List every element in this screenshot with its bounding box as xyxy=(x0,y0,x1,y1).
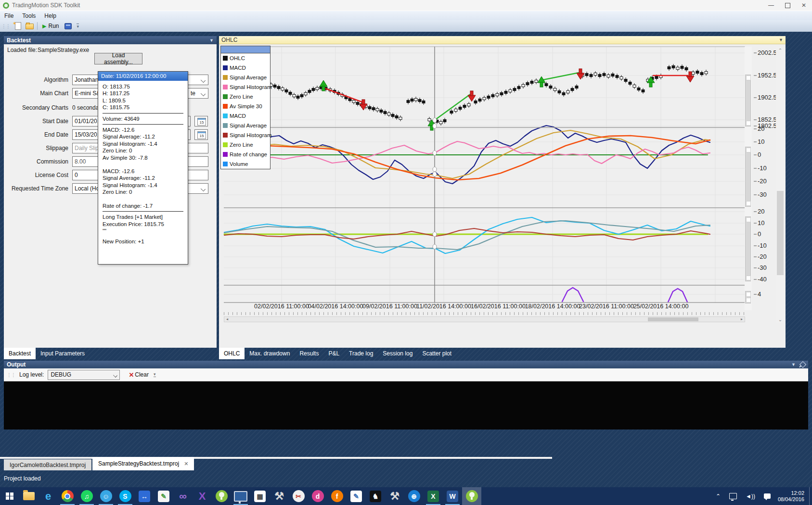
legend-item-zero-line[interactable]: Zero Line xyxy=(221,92,270,101)
new-project-icon[interactable]: ✶ xyxy=(13,22,22,30)
menu-item-file[interactable]: File xyxy=(0,11,18,21)
taskbar-icon-paint-app[interactable]: ✎ xyxy=(347,487,366,505)
price-panel-scroll-thumb[interactable] xyxy=(745,75,751,126)
legend-item-rate-of-change[interactable]: Rate of change xyxy=(221,150,270,159)
menu-item-help[interactable]: Help xyxy=(40,11,61,21)
taskbar-icon-snipping-tool[interactable]: ✂ xyxy=(289,487,308,505)
open-project-icon[interactable] xyxy=(25,22,34,30)
legend-item-av-simple-30[interactable]: Av Simple 30 xyxy=(221,101,270,111)
taskbar-icon-goat-app[interactable]: ♞ xyxy=(366,487,385,505)
tab-input-parameters[interactable]: Input Parameters xyxy=(36,348,90,359)
taskbar-icon-tradingmotion-active[interactable] xyxy=(462,487,481,505)
taskbar-icon-remote-desktop[interactable] xyxy=(231,487,250,505)
close-button[interactable]: ✕ xyxy=(796,0,812,11)
y-axis-label: 0 xyxy=(758,230,761,238)
calendar-button[interactable]: 15 xyxy=(194,129,208,140)
chart-tab-results[interactable]: Results xyxy=(295,348,323,359)
network-icon[interactable] xyxy=(729,493,737,499)
document-tab[interactable]: IgorCamolettoBacktest.tmproj xyxy=(4,459,91,470)
panel-menu-arrow-icon[interactable]: ▼ xyxy=(209,38,214,43)
taskbar-icon-teamviewer[interactable]: ↔ xyxy=(135,487,154,505)
taskbar-icon-build-tools[interactable]: ⚒ xyxy=(270,487,289,505)
macd2-panel-scroll-thumb[interactable] xyxy=(745,216,751,281)
show-desktop-button[interactable] xyxy=(809,487,812,505)
output-menu-arrow-icon[interactable]: ▼ xyxy=(791,362,796,367)
volume-panel-scroll-thumb[interactable] xyxy=(745,291,751,303)
horizontal-scrollbar-thumb[interactable] xyxy=(648,317,698,321)
ohlc-chart-canvas[interactable]: 2002.51952.51902.51852.51802.520100-10-2… xyxy=(219,44,786,312)
pink-d-app-glyph: d xyxy=(312,490,324,502)
legend-item-macd[interactable]: MACD xyxy=(221,111,270,121)
taskbar-icon-start[interactable] xyxy=(0,487,19,505)
taskbar-icon-calculator[interactable]: ▦ xyxy=(250,487,270,505)
legend-item-signal-average[interactable]: Signal Average xyxy=(221,73,270,82)
chart-tab-trade-log[interactable]: Trade log xyxy=(344,348,378,359)
menu-item-tools[interactable]: Tools xyxy=(18,11,40,21)
output-overflow-icon[interactable]: ▾ xyxy=(154,372,156,377)
chart-tab-scatter-plot[interactable]: Scatter plot xyxy=(417,348,456,359)
macd-panel-scroll-thumb[interactable] xyxy=(745,147,751,207)
chart-tab-max-drawdown[interactable]: Max. drawdown xyxy=(245,348,295,359)
chart-tab-session-log[interactable]: Session log xyxy=(378,348,417,359)
taskbar-clock[interactable]: 12:02 08/04/2016 xyxy=(778,490,804,503)
taskbar-icon-word[interactable]: W xyxy=(443,487,462,505)
chart-panel-menu-arrow-icon[interactable]: ▼ xyxy=(779,38,783,42)
taskbar-icon-build-tools-2[interactable]: ⚒ xyxy=(385,487,404,505)
calendar-button[interactable]: 15 xyxy=(194,116,208,126)
sell-arrow-stem xyxy=(362,100,365,104)
taskbar-icon-spotify[interactable]: ♫ xyxy=(77,487,96,505)
chart-tab-p-l[interactable]: P&L xyxy=(323,348,344,359)
legend-item-signal-average[interactable]: Signal Average xyxy=(221,121,270,130)
taskbar-icon-file-explorer[interactable] xyxy=(19,487,39,505)
document-tabs: IgorCamolettoBacktest.tmprojSampleStrate… xyxy=(4,457,195,470)
legend-item-volume[interactable]: Volume xyxy=(221,159,270,169)
taskbar-icon-pink-d-app[interactable]: d xyxy=(308,487,327,505)
vertical-scrollbar[interactable]: ⌃ ⌄ xyxy=(776,47,785,323)
close-tab-icon[interactable]: ✕ xyxy=(184,461,188,467)
y-axis-label: 20 xyxy=(758,208,764,215)
log-level-combobox[interactable]: DEBUG xyxy=(48,370,120,380)
clear-button[interactable]: ✕ Clear xyxy=(129,371,149,379)
tooltip-gap xyxy=(103,234,183,238)
taskbar-icon-hipchat[interactable]: ☺ xyxy=(96,487,116,505)
notification-icon[interactable] xyxy=(764,493,771,499)
taskbar-icon-firefox[interactable]: f xyxy=(327,487,347,505)
tab-backtest[interactable]: Backtest xyxy=(4,348,36,359)
scroll-left-arrow-icon[interactable]: ◂ xyxy=(224,317,230,322)
legend-item-macd[interactable]: MACD xyxy=(221,63,270,73)
volume-icon[interactable]: ◄)) xyxy=(746,493,755,500)
taskbar-icon-visual-studio[interactable]: X xyxy=(193,487,212,505)
toolbar-overflow-icon[interactable]: ▾ xyxy=(77,24,79,29)
scroll-up-arrow-icon[interactable]: ⌃ xyxy=(776,48,785,53)
taskbar-icon-blue-badge-app[interactable]: ⊕ xyxy=(404,487,424,505)
legend-item-zero-line[interactable]: Zero Line xyxy=(221,140,270,150)
legend-item-ohlc[interactable]: OHLC xyxy=(221,53,270,63)
taskbar-icon-notes-app[interactable]: ✎ xyxy=(154,487,173,505)
scroll-right-arrow-icon[interactable]: ▸ xyxy=(739,317,745,322)
minimize-button[interactable]: — xyxy=(763,0,779,11)
pin-icon[interactable] xyxy=(799,361,806,368)
chart-legend[interactable]: OHLCMACDSignal AverageSignal HistogramZe… xyxy=(220,46,271,169)
taskbar-icon-chrome-browser[interactable] xyxy=(58,487,77,505)
panel-resize-scroll-column[interactable] xyxy=(745,47,752,310)
scroll-down-arrow-icon[interactable]: ⌄ xyxy=(776,317,785,322)
restore-button[interactable] xyxy=(779,0,796,11)
report-window-icon[interactable] xyxy=(64,23,72,29)
taskbar-icon-skype[interactable]: S xyxy=(116,487,135,505)
taskbar-icon-tradingmotion-bulb[interactable] xyxy=(212,487,231,505)
run-button[interactable]: ▶ Run xyxy=(39,22,62,30)
chart-tab-ohlc[interactable]: OHLC xyxy=(219,348,245,359)
taskbar-icon-edge-browser[interactable]: e xyxy=(39,487,58,505)
document-tab[interactable]: SampleStrategyBacktest.tmproj✕ xyxy=(92,457,194,470)
legend-item-signal-histogram[interactable]: Signal Histogram xyxy=(221,82,270,92)
legend-item-signal-histogram[interactable]: Signal Histogram xyxy=(221,130,270,140)
tray-expand-icon[interactable]: ⌃ xyxy=(716,493,721,500)
load-assembly-button[interactable]: Load assembly... xyxy=(94,53,142,64)
output-console[interactable] xyxy=(4,381,808,429)
taskbar-icon-vs-blend[interactable]: ∞ xyxy=(173,487,193,505)
run-label: Run xyxy=(48,23,59,29)
tooltip-line: New Position: +1 xyxy=(103,238,183,245)
horizontal-scrollbar[interactable]: ◂ ▸ xyxy=(224,316,745,322)
taskbar-icon-excel[interactable]: X xyxy=(424,487,443,505)
vertical-scrollbar-thumb[interactable] xyxy=(777,191,784,275)
